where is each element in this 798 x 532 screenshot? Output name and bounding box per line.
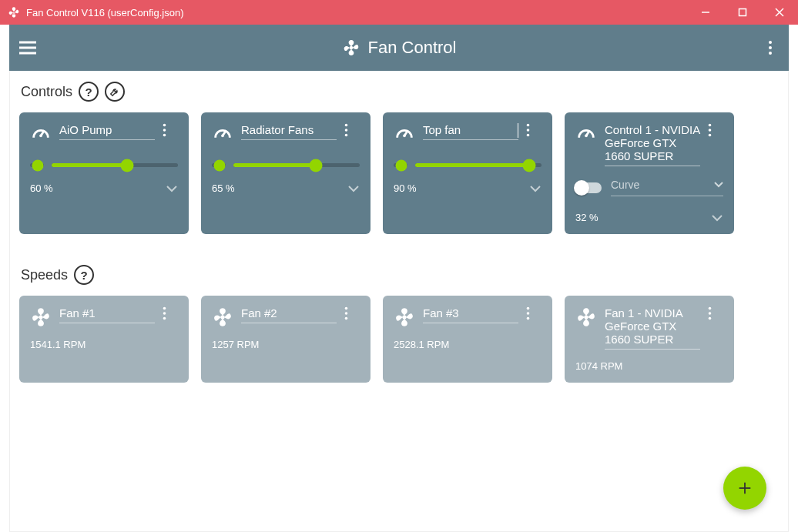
control-card: Top fan90 % xyxy=(383,112,552,234)
window-close-button[interactable] xyxy=(761,0,798,25)
content-area: Controls ? AiO Pump60 %Radiator Fans65 %… xyxy=(9,71,789,532)
speed-slider[interactable] xyxy=(233,163,360,167)
card-menu-button[interactable] xyxy=(526,306,542,320)
rpm-label: 1257 RPM xyxy=(212,339,259,350)
svg-point-46 xyxy=(709,317,712,320)
percent-label: 32 % xyxy=(575,212,598,223)
svg-point-34 xyxy=(163,317,166,320)
speed-card: Fan #21257 RPM xyxy=(201,296,370,383)
fan-icon xyxy=(212,306,233,328)
gauge-icon xyxy=(212,123,233,145)
percent-label: 60 % xyxy=(30,182,53,194)
app-fan-icon xyxy=(8,6,20,18)
control-name-input[interactable]: Top fan xyxy=(423,123,518,138)
speeds-help-button[interactable]: ? xyxy=(74,265,94,285)
card-menu-button[interactable] xyxy=(526,123,542,137)
speed-name-input[interactable]: Fan 1 - NVIDIA GeForce GTX 1660 SUPER xyxy=(605,306,700,347)
add-fab-button[interactable] xyxy=(723,467,766,510)
speeds-row: Fan #11541.1 RPMFan #21257 RPMFan #32528… xyxy=(19,296,779,383)
svg-point-20 xyxy=(345,134,348,137)
enable-fixed-toggle[interactable] xyxy=(394,163,407,167)
card-menu-button[interactable] xyxy=(708,306,723,320)
fan-icon xyxy=(575,306,597,328)
control-name-input[interactable]: Control 1 - NVIDIA GeForce GTX 1660 SUPE… xyxy=(605,123,700,164)
speeds-section-header: Speeds ? xyxy=(21,265,779,285)
appbar-title: Fan Control xyxy=(368,38,457,58)
speed-name-input[interactable]: Fan #2 xyxy=(241,306,337,321)
svg-point-36 xyxy=(345,307,348,310)
fan-icon xyxy=(30,306,52,328)
enable-toggle[interactable] xyxy=(575,182,602,193)
expand-button[interactable] xyxy=(166,185,178,192)
appbar-more-button[interactable] xyxy=(752,40,789,55)
control-card: Control 1 - NVIDIA GeForce GTX 1660 SUPE… xyxy=(565,112,734,234)
controls-help-button[interactable]: ? xyxy=(79,82,99,102)
svg-point-42 xyxy=(527,317,530,320)
speed-name-input[interactable]: Fan #3 xyxy=(423,306,518,321)
svg-point-41 xyxy=(527,312,530,315)
window-maximize-button[interactable] xyxy=(724,0,761,25)
svg-point-15 xyxy=(163,134,166,137)
card-menu-button[interactable] xyxy=(163,123,178,137)
card-menu-button[interactable] xyxy=(708,123,723,137)
svg-point-27 xyxy=(585,134,588,137)
rpm-label: 2528.1 RPM xyxy=(394,339,449,350)
card-menu-button[interactable] xyxy=(344,123,360,137)
fan-icon xyxy=(394,306,415,328)
svg-point-29 xyxy=(709,129,712,132)
mode-select[interactable]: Curve xyxy=(611,179,723,196)
controls-section-header: Controls ? xyxy=(21,82,779,102)
gauge-icon xyxy=(394,123,415,145)
window-titlebar: Fan Control V116 (userConfig.json) xyxy=(0,0,798,25)
percent-label: 65 % xyxy=(212,182,235,194)
control-card: Radiator Fans65 % xyxy=(201,112,370,234)
svg-point-8 xyxy=(769,41,772,44)
rpm-label: 1541.1 RPM xyxy=(30,339,86,350)
controls-section-label: Controls xyxy=(21,84,72,100)
enable-fixed-toggle[interactable] xyxy=(30,163,44,167)
app-bar: Fan Control xyxy=(9,25,789,71)
percent-label: 90 % xyxy=(394,182,417,194)
svg-point-12 xyxy=(39,134,42,137)
svg-point-32 xyxy=(163,307,166,310)
mode-select-label: Curve xyxy=(611,179,639,191)
svg-point-9 xyxy=(769,46,772,49)
control-card: AiO Pump60 % xyxy=(19,112,189,234)
svg-point-44 xyxy=(709,307,712,310)
expand-button[interactable] xyxy=(711,214,723,222)
controls-row: AiO Pump60 %Radiator Fans65 %Top fan90 %… xyxy=(19,112,779,234)
svg-point-37 xyxy=(345,312,348,315)
expand-button[interactable] xyxy=(529,185,542,192)
rpm-label: 1074 RPM xyxy=(575,360,622,372)
svg-rect-1 xyxy=(739,9,746,16)
speed-slider[interactable] xyxy=(415,163,542,167)
speed-card: Fan #32528.1 RPM xyxy=(383,296,552,383)
speeds-section-label: Speeds xyxy=(21,267,68,283)
window-controls xyxy=(687,0,798,25)
gauge-icon xyxy=(30,123,52,145)
svg-point-13 xyxy=(163,124,166,127)
window-minimize-button[interactable] xyxy=(687,0,724,25)
chevron-down-icon xyxy=(714,182,723,188)
svg-point-24 xyxy=(527,129,530,132)
speed-slider[interactable] xyxy=(52,163,178,167)
svg-point-38 xyxy=(345,317,348,320)
menu-button[interactable] xyxy=(9,40,46,55)
svg-point-23 xyxy=(527,124,530,127)
svg-point-28 xyxy=(709,124,712,127)
card-menu-button[interactable] xyxy=(344,306,360,320)
controls-tools-button[interactable] xyxy=(105,82,125,102)
enable-fixed-toggle[interactable] xyxy=(212,163,226,167)
svg-point-25 xyxy=(527,134,530,137)
control-name-input[interactable]: AiO Pump xyxy=(59,123,155,138)
speed-name-input[interactable]: Fan #1 xyxy=(59,306,155,321)
svg-point-10 xyxy=(769,52,772,55)
appbar-fan-icon xyxy=(342,38,360,57)
control-name-input[interactable]: Radiator Fans xyxy=(241,123,337,138)
svg-point-18 xyxy=(345,124,348,127)
svg-point-30 xyxy=(709,134,712,137)
svg-point-22 xyxy=(403,134,406,137)
card-menu-button[interactable] xyxy=(163,306,178,320)
svg-point-17 xyxy=(221,134,224,137)
expand-button[interactable] xyxy=(347,185,360,192)
